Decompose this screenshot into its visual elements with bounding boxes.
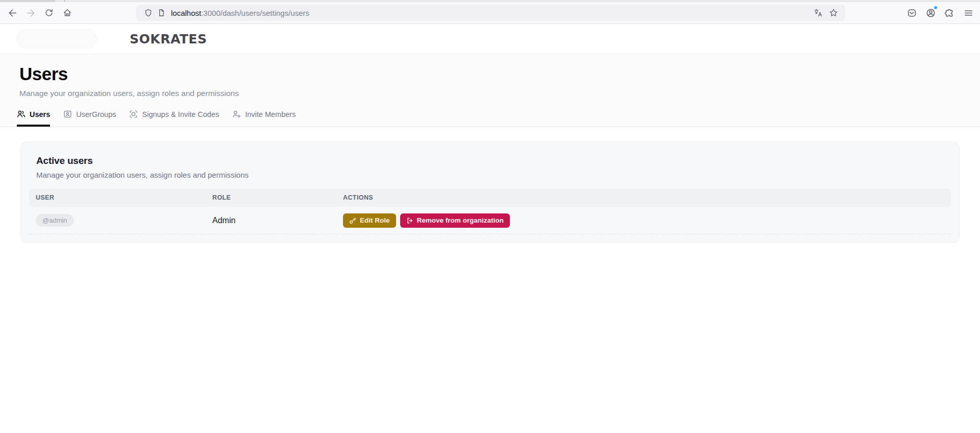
column-actions: ACTIONS [343, 194, 951, 201]
card-title: Active users [36, 155, 951, 166]
nav-button-group [0, 5, 75, 20]
tab-label: Invite Members [245, 110, 296, 118]
card-subtitle: Manage your organization users, assign r… [36, 171, 951, 179]
notification-dot [934, 6, 938, 10]
main-content: Active users Manage your organization us… [0, 127, 980, 257]
url-host: localhost [171, 9, 201, 17]
page-subtitle: Manage your organization users, assign r… [19, 88, 980, 99]
table-header: USER ROLE ACTIONS [29, 188, 951, 207]
forward-button[interactable] [23, 5, 38, 20]
page-head: Users Manage your organization users, as… [0, 54, 980, 127]
tab-label: Signups & Invite Codes [142, 110, 219, 118]
back-button[interactable] [5, 5, 20, 20]
extensions-button[interactable] [942, 5, 957, 20]
edit-role-button[interactable]: Edit Role [343, 213, 396, 228]
shield-icon [144, 9, 153, 17]
bookmark-star-icon [829, 8, 838, 17]
home-button[interactable] [60, 5, 75, 20]
active-users-card: Active users Manage your organization us… [20, 141, 960, 243]
back-icon [8, 8, 17, 18]
role-value: Admin [212, 216, 343, 225]
account-icon [926, 8, 936, 18]
shield-permissions-button[interactable] [141, 6, 155, 19]
users-icon [17, 110, 26, 118]
browser-toolbar: localhost:3000/dash/users/settings/users [0, 2, 980, 24]
user-handle-badge: @admin [36, 214, 74, 227]
tab-invite-members[interactable]: Invite Members [232, 110, 296, 127]
column-role: ROLE [212, 194, 343, 201]
tab-users[interactable]: Users [17, 110, 50, 127]
person-plus-icon [232, 110, 241, 118]
bookmark-button[interactable] [827, 6, 840, 19]
reload-button[interactable] [41, 5, 57, 20]
translate-button[interactable] [812, 6, 825, 19]
scan-circle-icon [129, 110, 138, 118]
home-icon [63, 8, 72, 17]
page-title: Users [19, 64, 980, 84]
reload-icon [44, 8, 54, 17]
edit-role-label: Edit Role [360, 216, 390, 224]
tab-bar: Users UserGroups Signups & Invite Codes … [17, 110, 980, 127]
translate-icon [814, 8, 823, 17]
remove-from-org-button[interactable]: Remove from organization [400, 213, 510, 228]
extensions-icon [945, 8, 954, 18]
pocket-icon [907, 8, 917, 18]
tab-label: Users [30, 110, 50, 118]
site-info-button[interactable] [155, 6, 168, 19]
logout-icon [406, 217, 413, 224]
tab-signups-invite-codes[interactable]: Signups & Invite Codes [129, 110, 219, 127]
tab-label: UserGroups [76, 110, 116, 118]
header-skeleton-pill [16, 29, 97, 49]
account-button[interactable] [923, 5, 938, 20]
remove-from-org-label: Remove from organization [417, 216, 504, 224]
toolbar-right-group [904, 5, 976, 20]
menu-button[interactable] [961, 5, 976, 20]
page-icon [157, 9, 165, 17]
pocket-button[interactable] [904, 5, 919, 20]
row-actions: Edit Role Remove from organization [343, 213, 951, 228]
site-header: SOKRATES [0, 24, 980, 54]
tab-usergroups[interactable]: UserGroups [63, 110, 116, 127]
site-logo[interactable]: SOKRATES [130, 32, 207, 46]
key-icon [349, 217, 356, 224]
menu-icon [964, 8, 973, 18]
forward-icon [26, 8, 36, 18]
url-bar[interactable]: localhost:3000/dash/users/settings/users [136, 5, 845, 21]
url-path: :3000/dash/users/settings/users [201, 9, 309, 17]
id-card-icon [63, 110, 72, 118]
table-row: @admin Admin Edit Role Remove from organ… [29, 207, 951, 234]
column-user: USER [36, 194, 212, 201]
url-text[interactable]: localhost:3000/dash/users/settings/users [171, 9, 812, 17]
